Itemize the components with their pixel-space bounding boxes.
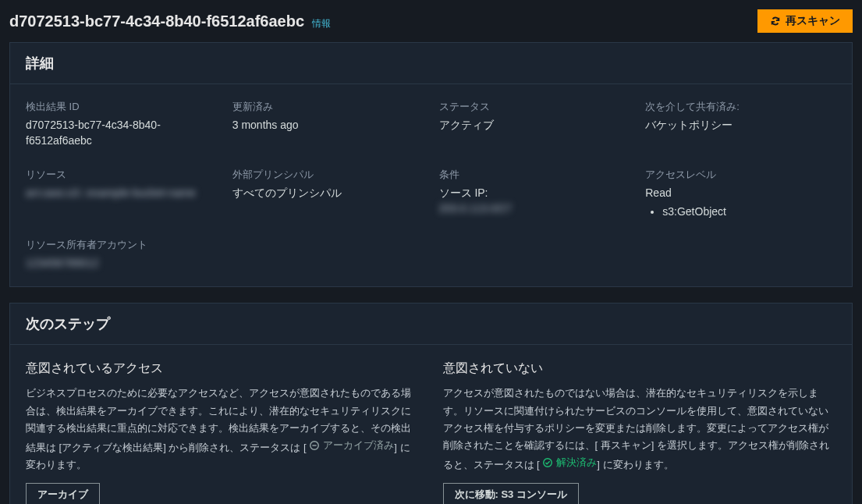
access-level-value: Read (645, 186, 671, 199)
field-value: アクティブ (439, 117, 630, 133)
next-steps-panel-title: 次のステップ (10, 303, 852, 345)
archive-button[interactable]: アーカイブ (26, 483, 100, 504)
field-value: 3 months ago (232, 117, 424, 133)
details-panel-title: 詳細 (10, 43, 852, 84)
field-label: ステータス (439, 100, 630, 114)
field-label: 更新済み (232, 100, 424, 114)
access-action: s3:GetObject (662, 204, 836, 219)
info-link[interactable]: 情報 (312, 17, 331, 30)
page-title: d7072513-bc77-4c34-8b40-f6512af6aebc (9, 12, 304, 30)
field-label: 条件 (439, 168, 630, 182)
archive-circle-icon (309, 440, 320, 451)
field-label: アクセスレベル (645, 168, 836, 182)
field-label: 次を介して共有済み: (645, 100, 836, 114)
not-intended-text-after: ] に変わります。 (597, 459, 673, 470)
rescan-label: 再スキャン (786, 14, 840, 28)
check-circle-icon (542, 457, 553, 468)
field-access-level: アクセスレベル Read s3:GetObject (645, 168, 836, 220)
field-finding-id: 検出結果 ID d7072513-bc77-4c34-8b40-f6512af6… (26, 100, 217, 149)
field-value: d7072513-bc77-4c34-8b40-f6512af6aebc (26, 117, 217, 149)
intended-access-section: 意図されているアクセス ビジネスプロセスのために必要なアクセスなど、アクセスが意… (26, 360, 420, 504)
field-condition: 条件 ソース IP: 203.0.113.0/27 (439, 168, 630, 220)
field-resource: リソース arn:aws:s3:::example-bucket-name (26, 168, 217, 220)
field-value: すべてのプリンシパル (232, 185, 424, 201)
field-resource-owner: リソース所有者アカウント 123456789012 (26, 238, 217, 271)
field-value: バケットポリシー (645, 117, 836, 133)
field-external-principal: 外部プリンシパル すべてのプリンシパル (232, 168, 424, 220)
condition-source-ip-value: 203.0.113.0/27 (439, 201, 512, 216)
field-updated: 更新済み 3 months ago (232, 100, 424, 149)
refresh-icon (770, 16, 781, 27)
resolved-pill-label: 解決済み (556, 454, 597, 471)
rescan-button[interactable]: 再スキャン (757, 9, 853, 33)
field-label: 外部プリンシパル (232, 168, 424, 182)
details-panel: 詳細 検出結果 ID d7072513-bc77-4c34-8b40-f6512… (9, 42, 853, 287)
field-value-redacted: arn:aws:s3:::example-bucket-name (26, 185, 196, 201)
next-steps-panel: 次のステップ 意図されているアクセス ビジネスプロセスのために必要なアクセスなど… (9, 303, 853, 504)
field-label: 検出結果 ID (26, 100, 217, 114)
archived-status-pill: アーカイブ済み (309, 437, 394, 454)
not-intended-title: 意図されていない (443, 360, 837, 377)
intended-title: 意図されているアクセス (26, 360, 420, 377)
field-shared-through: 次を介して共有済み: バケットポリシー (645, 100, 836, 149)
archived-pill-label: アーカイブ済み (323, 437, 394, 454)
field-value-redacted: 123456789012 (26, 255, 98, 271)
field-label: リソース所有者アカウント (26, 238, 217, 252)
field-label: リソース (26, 168, 217, 182)
field-status: ステータス アクティブ (439, 100, 630, 149)
not-intended-section: 意図されていない アクセスが意図されたものではない場合は、潜在的なセキュリティリ… (443, 360, 837, 504)
condition-source-ip-label: ソース IP: (439, 185, 630, 201)
goto-s3-console-button[interactable]: 次に移動: S3 コンソール (443, 483, 579, 504)
resolved-status-pill: 解決済み (542, 454, 597, 471)
